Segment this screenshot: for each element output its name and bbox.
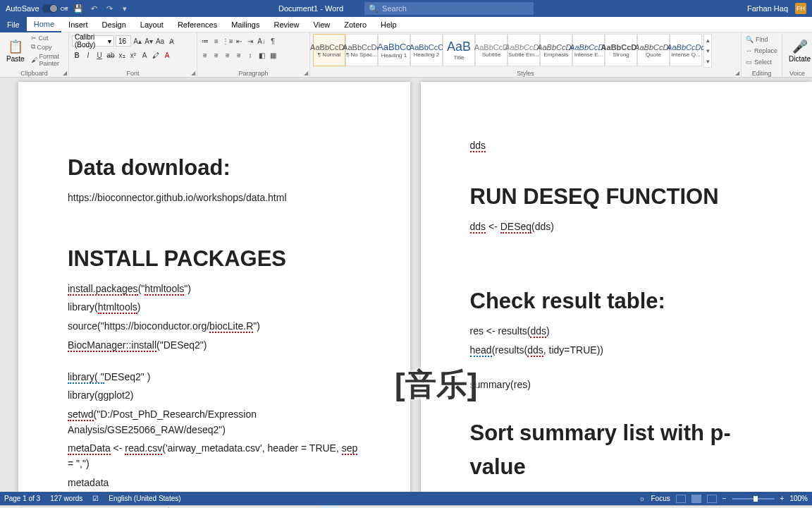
app2-icon[interactable]: ◐ [341, 506, 359, 509]
highlight-button[interactable]: 🖍 [151, 49, 161, 61]
style-nospacing[interactable]: AaBbCcDc¶ No Spac... [345, 34, 378, 66]
print-layout-button[interactable] [691, 495, 701, 503]
save-icon[interactable]: 💾 [73, 4, 83, 13]
shading-button[interactable]: ◧ [257, 49, 266, 61]
web-layout-button[interactable] [707, 495, 717, 503]
borders-button[interactable]: ▦ [268, 49, 278, 61]
font-launcher[interactable]: ◢ [191, 70, 195, 76]
status-page[interactable]: Page 1 of 3 [4, 495, 40, 502]
status-words[interactable]: 127 words [50, 495, 82, 502]
status-focus[interactable]: Focus [651, 495, 670, 502]
undo-icon[interactable]: ↶ [89, 4, 99, 13]
style-emphasis[interactable]: AaBbCcDcEmphasis [540, 34, 572, 66]
subscript-button[interactable]: x₂ [117, 49, 127, 61]
superscript-button[interactable]: x² [128, 49, 138, 61]
focus-icon[interactable]: ☼ [639, 495, 645, 502]
tab-file[interactable]: File [0, 17, 27, 32]
style-subtitle[interactable]: AaBbCcDSubtitle [475, 34, 508, 66]
style-title[interactable]: AaBTitle [443, 34, 475, 66]
zoom-level[interactable]: 100% [789, 495, 808, 502]
replace-button[interactable]: ↔Replace [744, 47, 779, 55]
store-icon[interactable]: 🛍 [257, 506, 275, 509]
clear-format-button[interactable]: A̷ [166, 35, 176, 47]
tab-view[interactable]: View [307, 17, 338, 32]
show-marks-button[interactable]: ¶ [268, 35, 278, 47]
excel-icon[interactable]: X [383, 506, 402, 509]
tab-references[interactable]: References [171, 17, 224, 32]
bullets-button[interactable]: ≔ [200, 35, 210, 47]
tab-review[interactable]: Review [267, 17, 307, 32]
taskview-icon[interactable]: ▤ [172, 506, 190, 509]
styles-launcher[interactable]: ◢ [735, 70, 739, 76]
styles-more-button[interactable]: ▴ ▾ ▾ [703, 34, 712, 68]
tab-help[interactable]: Help [374, 17, 404, 32]
paste-button[interactable]: 📋 Paste [3, 34, 28, 68]
style-strong[interactable]: AaBbCcDcStrong [605, 34, 637, 66]
copy-button[interactable]: ⧉Copy [30, 42, 66, 52]
zoom-slider[interactable] [732, 498, 775, 500]
underline-button[interactable]: U [94, 49, 104, 61]
select-button[interactable]: ▭Select [744, 58, 779, 66]
grow-font-button[interactable]: A▴ [133, 35, 142, 47]
tab-mailings[interactable]: Mailings [224, 17, 266, 32]
search-box[interactable]: 🔍 Search [364, 2, 534, 15]
style-gallery[interactable]: AaBbCcDc¶ Normal AaBbCcDc¶ No Spac... Aa… [313, 34, 702, 68]
style-heading1[interactable]: AaBbCcHeading 1 [378, 34, 410, 66]
italic-button[interactable]: I [83, 49, 93, 61]
style-heading2[interactable]: AaBbCcCHeading 2 [410, 34, 443, 66]
line-spacing-button[interactable]: ↕ [245, 49, 255, 61]
style-intenseem[interactable]: AaBbCcDcIntense E... [572, 34, 605, 66]
tab-insert[interactable]: Insert [61, 17, 95, 32]
dec-indent-button[interactable]: ⇤ [234, 35, 244, 47]
proofing-icon[interactable]: ☑ [92, 495, 99, 502]
font-color-button[interactable]: A [162, 49, 172, 61]
page-1[interactable]: Data download: https://bioconnector.gith… [18, 82, 410, 492]
align-center-button[interactable]: ≡ [211, 49, 221, 61]
format-painter-button[interactable]: 🖌Format Painter [30, 52, 66, 68]
clipboard-launcher[interactable]: ◢ [63, 70, 67, 76]
start-button[interactable]: ⊞ [0, 506, 21, 509]
word-icon[interactable]: W [320, 506, 338, 509]
sort-button[interactable]: A↓ [257, 35, 266, 47]
numbering-button[interactable]: ≡ [211, 35, 221, 47]
status-lang[interactable]: English (United States) [109, 495, 180, 502]
font-size-select[interactable]: 16 [116, 35, 131, 47]
chrome-icon[interactable]: ◉ [278, 506, 296, 509]
find-button[interactable]: 🔍Find [744, 35, 779, 44]
tab-home[interactable]: Home [27, 17, 61, 32]
redo-icon[interactable]: ↷ [104, 4, 114, 13]
tab-design[interactable]: Design [95, 17, 133, 32]
zoom-out-button[interactable]: − [722, 495, 727, 502]
mail-icon[interactable]: ✉ [193, 506, 211, 509]
read-mode-button[interactable] [676, 495, 686, 503]
page-2[interactable]: dds RUN DESEQ FUNCTION dds <- DESeq(dds)… [421, 82, 813, 492]
font-name-select[interactable]: Calibri (Body)▾ [72, 35, 114, 47]
align-right-button[interactable]: ≡ [223, 49, 233, 61]
app3-icon[interactable]: ◆ [362, 506, 381, 509]
dictate-button[interactable]: 🎤 Dictate [785, 34, 812, 68]
style-normal[interactable]: AaBbCcDc¶ Normal [313, 34, 345, 66]
edge-icon[interactable]: 🌐 [214, 506, 233, 509]
tab-layout[interactable]: Layout [133, 17, 171, 32]
document-area[interactable]: Data download: https://bioconnector.gith… [0, 78, 812, 492]
text-effects-button[interactable]: A [140, 49, 149, 61]
user-name[interactable]: Farhan Haq [747, 4, 788, 13]
style-subtleem[interactable]: AaBbCcDcSubtle Em... [508, 34, 540, 66]
inc-indent-button[interactable]: ⇥ [245, 35, 255, 47]
qat-dropdown-icon[interactable]: ▾ [120, 4, 130, 13]
autosave-toggle[interactable]: AutoSave Off [6, 4, 68, 13]
justify-button[interactable]: ≡ [234, 49, 244, 61]
multilevel-button[interactable]: ⋮≡ [223, 35, 233, 47]
change-case-button[interactable]: Aa [155, 35, 165, 47]
tab-zotero[interactable]: Zotero [337, 17, 374, 32]
style-quote[interactable]: AaBbCcDcQuote [637, 34, 670, 66]
strike-button[interactable]: ab [106, 49, 116, 61]
paragraph-launcher[interactable]: ◢ [304, 70, 308, 76]
shrink-font-button[interactable]: A▾ [144, 35, 154, 47]
explorer-icon[interactable]: 📁 [235, 506, 254, 509]
cut-button[interactable]: ✂Cut [30, 34, 66, 42]
align-left-button[interactable]: ≡ [200, 49, 210, 61]
bold-button[interactable]: B [72, 49, 82, 61]
style-intenseq[interactable]: AaBbCcDcIntense Q... [670, 34, 702, 66]
app-icon[interactable]: ▣ [299, 506, 317, 509]
